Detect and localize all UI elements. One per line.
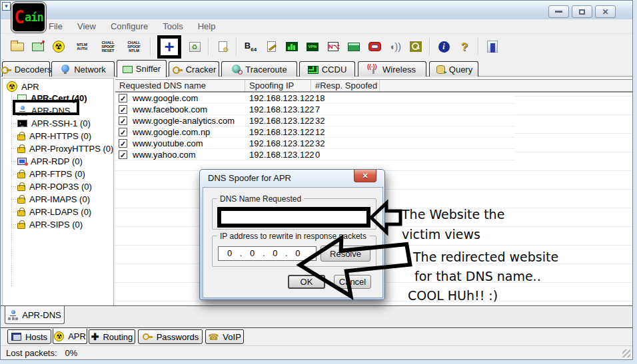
menu-configure[interactable]: Configure — [111, 21, 148, 31]
tree-root-apr[interactable]: ☢ APR — [7, 81, 39, 92]
dialog-title: DNS Spoofer for APR — [208, 173, 291, 183]
cancel-button[interactable]: Cancel — [334, 275, 371, 289]
tab-traceroute[interactable]: Traceroute — [221, 61, 297, 77]
tab-sniffer[interactable]: Sniffer — [117, 60, 167, 77]
radiation-icon: ☢ — [53, 41, 65, 53]
checkbox-checked[interactable]: ✓ — [119, 105, 127, 114]
cain-logo: Caín — [11, 2, 46, 33]
ok-button[interactable]: OK — [288, 275, 325, 289]
doc-tab-apr-dns[interactable]: APR-DNS — [5, 306, 65, 324]
ip-address-input[interactable]: 0 . 0 . 0 . 0 — [218, 246, 317, 261]
table-row[interactable]: ✓www.youtube.com192.168.123.12232 — [115, 138, 515, 149]
menu-file[interactable]: File — [49, 21, 63, 31]
menu-bar: File View Configure Tools Help — [1, 19, 632, 34]
tab-query[interactable]: Query — [429, 61, 478, 77]
wireless-horn-icon: ◖)) — [389, 42, 401, 51]
certificate-icon — [17, 94, 27, 102]
status-bar: Lost packets: 0% — [1, 345, 632, 359]
tab-voip[interactable]: ☎VoIP — [205, 329, 244, 344]
table-row[interactable]: ✓www.facebook.com192.168.123.1227 — [115, 104, 515, 115]
close-button[interactable]: ✕ — [595, 5, 616, 18]
wireless-scanner-button[interactable]: ◖)) — [388, 39, 402, 54]
globe-magnifier-icon — [231, 65, 242, 74]
dns-name-input-highlighted[interactable] — [217, 207, 370, 228]
tab-ccdu[interactable]: CCDU — [299, 61, 355, 77]
base64-decoder-button[interactable]: B64 — [243, 39, 258, 54]
lock-icon — [17, 210, 25, 216]
about-button[interactable]: i — [436, 39, 451, 54]
dns-spoofer-dialog: DNS Spoofer for APR ✕ DNS Name Requested… — [199, 169, 385, 300]
start-sniffer-button[interactable] — [31, 39, 45, 54]
system-menu-icon[interactable]: ▼ — [2, 2, 11, 11]
checkbox-checked[interactable]: ✓ — [119, 94, 127, 102]
cisco-password-decoder-button[interactable] — [264, 39, 279, 54]
remote-desktop-decoder-button[interactable]: N⌥ — [326, 39, 340, 54]
tab-decoders[interactable]: Decoders — [2, 61, 50, 77]
checkbox-checked[interactable]: ✓ — [119, 116, 127, 125]
help-button[interactable]: ? — [457, 39, 472, 54]
tree-item-apr-cert[interactable]: APR-Cert (40) — [17, 92, 87, 104]
ntlm-auth-button[interactable]: NTLMAUTH — [72, 43, 92, 51]
dns-network-icon — [8, 310, 18, 320]
resolve-button[interactable]: Resolve — [320, 246, 370, 262]
tab-cracker[interactable]: Cracker — [169, 61, 219, 77]
radiation-icon: ☢ — [7, 81, 17, 92]
dialog-close-button[interactable]: ✕ — [354, 170, 376, 182]
tree-item-apr-ftps[interactable]: APR-FTPS (0) — [17, 168, 85, 180]
minimize-icon — [555, 11, 562, 13]
table-row[interactable]: ✓www.yahoo.com192.168.123.1220 — [115, 149, 515, 160]
chall-spoof-reset-button[interactable]: CHALLSPOOFRESET — [98, 41, 118, 53]
vpn-password-decoder-button[interactable]: VPN — [305, 39, 320, 54]
password-filter-button[interactable] — [408, 39, 423, 54]
column-resp-spoofed[interactable]: #Resp. Spoofed — [311, 80, 380, 91]
open-file-button[interactable] — [10, 39, 25, 54]
apr-tree-panel: ☢ APR APR-Cert (40) APR-DNS ›_APR-SSH-1 … — [2, 78, 114, 312]
minimize-button[interactable] — [548, 5, 569, 18]
add-to-list-button-highlighted[interactable]: + — [157, 35, 181, 59]
tree-item-apr-https[interactable]: APR-HTTPS (0) — [17, 130, 91, 142]
chall-spoof-ntlm-button[interactable]: CHALLSPOOFNTLM — [124, 41, 144, 53]
column-requested-dns[interactable]: Requested DNS name — [115, 80, 245, 91]
table-row[interactable]: ✓www.google.com.np192.168.123.12212 — [115, 126, 515, 138]
tree-item-apr-ssh1[interactable]: ›_APR-SSH-1 (0) — [17, 117, 91, 129]
menu-view[interactable]: View — [77, 21, 96, 31]
tree-item-apr-ldaps[interactable]: APR-LDAPS (0) — [17, 206, 91, 218]
tree-item-apr-rdp[interactable]: APR-RDP (0) — [17, 155, 83, 167]
tab-network[interactable]: Network — [51, 61, 115, 77]
restore-button[interactable] — [572, 5, 592, 18]
tree-item-apr-pop3s[interactable]: APR-POP3S (0) — [17, 180, 92, 192]
tree-item-apr-imaps[interactable]: APR-IMAPS (0) — [17, 193, 90, 205]
resize-grip[interactable] — [622, 349, 630, 357]
tab-apr[interactable]: ☢APR — [53, 328, 87, 344]
tab-passwords[interactable]: Passwords — [138, 329, 203, 344]
remove-button[interactable]: ♻ — [187, 39, 202, 54]
globe-icon — [60, 65, 71, 74]
tree-item-apr-proxyhttps[interactable]: APR-ProxyHTTPS (0) — [17, 142, 113, 154]
checkbox-checked[interactable]: ✓ — [119, 128, 127, 136]
nc-icon: N⌥ — [328, 42, 338, 51]
menu-help[interactable]: Help — [198, 21, 216, 31]
restore-icon — [579, 9, 585, 15]
checkbox-checked[interactable]: ✓ — [119, 150, 127, 159]
start-apr-button[interactable]: ☢ — [51, 39, 66, 54]
trash-icon: ♻ — [189, 42, 201, 52]
tab-hosts[interactable]: Hosts — [7, 329, 51, 344]
red-token-icon — [368, 42, 381, 51]
tab-routing[interactable]: ✚Routing — [89, 329, 135, 344]
access-db-decoder-button[interactable] — [285, 39, 299, 54]
keys-icon — [142, 332, 153, 341]
hash-calculator-button[interactable] — [346, 39, 361, 54]
column-spoofing-ip[interactable]: Spoofing IP — [245, 80, 311, 91]
list-header: Requested DNS name Spoofing IP #Resp. Sp… — [115, 79, 632, 92]
replay-packets-button[interactable]: ⚙ — [215, 39, 230, 54]
tree-item-apr-sips[interactable]: APR-SIPS (0) — [17, 218, 83, 230]
exit-button[interactable] — [485, 39, 500, 54]
table-row[interactable]: ✓www.google.com192.168.123.12218 — [115, 92, 515, 104]
tab-wireless[interactable]: Wireless — [358, 61, 426, 77]
tree-item-apr-dns[interactable]: APR-DNS — [17, 104, 71, 116]
menu-tools[interactable]: Tools — [163, 21, 183, 31]
info-icon: i — [438, 41, 450, 53]
table-row[interactable]: ✓www.google-analytics.com192.168.123.122… — [115, 115, 515, 126]
checkbox-checked[interactable]: ✓ — [119, 139, 127, 148]
rsa-token-calculator-button[interactable] — [367, 39, 382, 54]
